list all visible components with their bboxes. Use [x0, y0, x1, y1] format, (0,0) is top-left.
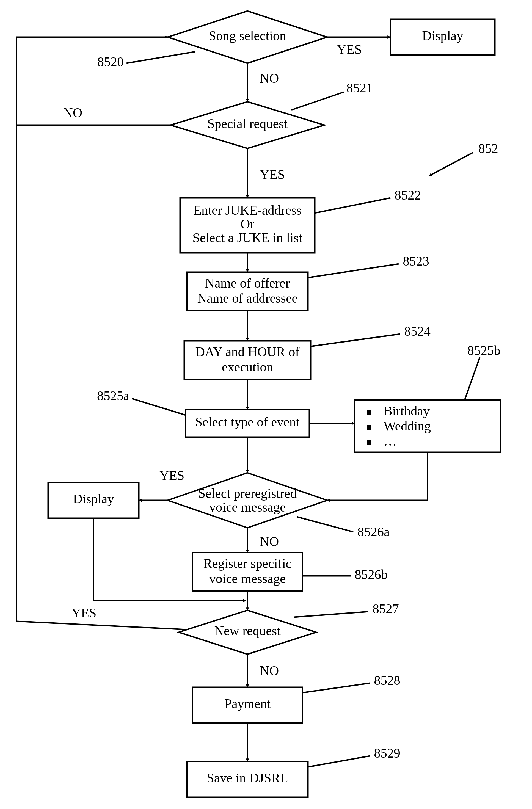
edge-label-yes-4: YES [71, 606, 97, 620]
edge-label-yes-2: YES [260, 167, 285, 182]
ref-8521-leader [291, 92, 344, 110]
ref-8522: 8522 [395, 188, 421, 202]
edge-label-no-1: NO [260, 71, 279, 86]
edge-newrequest-yes [17, 621, 186, 630]
ref-8528: 8528 [374, 673, 400, 688]
enter-juke-l3: Select a JUKE in list [192, 230, 303, 245]
enter-juke-box: Enter JUKE-address Or Select a JUKE in l… [180, 198, 315, 253]
dayhour-l1: DAY and HOUR of [195, 344, 299, 359]
ref-852: 852 [478, 141, 498, 156]
select-event-box: Select type of event [186, 410, 309, 437]
save-label: Save in DJSRL [207, 771, 288, 785]
enter-juke-l1: Enter JUKE-address [193, 203, 301, 218]
svg-rect-10 [367, 441, 372, 445]
event-list-box: Birthday Wedding … [355, 400, 500, 452]
ref-8525a-leader [132, 399, 186, 415]
ref-8529-leader [308, 756, 370, 767]
payment-label: Payment [224, 696, 271, 711]
ref-8528-leader [303, 683, 370, 693]
ref-8526a: 8526a [357, 524, 390, 539]
ref-8527: 8527 [373, 601, 399, 616]
ref-8521: 8521 [346, 81, 373, 95]
event-list-item-1: Birthday [383, 403, 430, 418]
select-event-label: Select type of event [195, 415, 300, 429]
names-box: Name of offerer Name of addressee [187, 272, 308, 311]
ref-8524-leader [311, 334, 400, 346]
display-top-box: Display [390, 19, 495, 55]
display-left-box: Display [48, 482, 139, 518]
register-l1: Register specific [203, 556, 291, 571]
dayhour-box: DAY and HOUR of execution [184, 341, 311, 379]
edge-label-yes-1: YES [337, 42, 362, 57]
new-request-label: New request [214, 623, 281, 638]
edge-label-no-2: NO [63, 105, 82, 120]
ref-8525a: 8525a [97, 389, 129, 403]
enter-juke-l2: Or [241, 217, 255, 231]
svg-rect-9 [367, 425, 372, 430]
ref-8526a-leader [297, 517, 353, 532]
select-prereg-l2: voice message [209, 500, 286, 514]
select-prereg-l1: Select preregistred [198, 486, 297, 501]
display-top-label: Display [422, 28, 463, 43]
select-prereg-decision: Select preregistred voice message [168, 473, 327, 528]
ref-8525b-leader [465, 357, 480, 400]
ref-8523: 8523 [403, 254, 429, 268]
ref-8523-leader [308, 264, 399, 278]
edge-label-no-3: NO [260, 534, 279, 549]
ref-852-arrow [429, 153, 473, 176]
names-l2: Name of addressee [197, 291, 297, 305]
event-list-item-2: Wedding [383, 419, 431, 433]
edge-label-yes-3: YES [159, 468, 185, 483]
ref-8525b: 8525b [467, 343, 500, 358]
ref-8526b: 8526b [355, 567, 388, 582]
edge-8525b-8526a [327, 452, 428, 500]
payment-box: Payment [192, 687, 303, 723]
song-selection-label: Song selection [209, 28, 286, 43]
save-box: Save in DJSRL [187, 761, 308, 797]
ref-8520-leader [126, 52, 195, 63]
ref-8527-leader [294, 612, 368, 617]
special-request-decision: Special request [170, 102, 324, 149]
edge-label-no-4: NO [260, 663, 279, 678]
ref-8524: 8524 [404, 324, 431, 339]
dayhour-l2: execution [222, 360, 273, 374]
ref-8529: 8529 [374, 746, 400, 760]
register-voice-box: Register specific voice message [192, 552, 303, 591]
names-l1: Name of offerer [205, 276, 290, 290]
event-list-item-3: … [383, 434, 397, 448]
svg-rect-8 [367, 410, 372, 415]
ref-8520: 8520 [97, 54, 124, 69]
ref-8522-leader [315, 198, 390, 213]
song-selection-decision: Song selection [168, 11, 327, 63]
display-left-label: Display [73, 492, 114, 506]
special-request-label: Special request [207, 116, 288, 131]
register-l2: voice message [209, 571, 286, 586]
